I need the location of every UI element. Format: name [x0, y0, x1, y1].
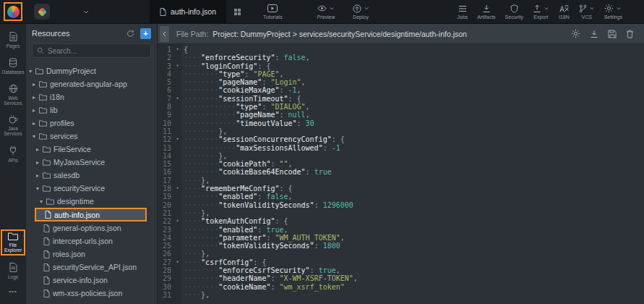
code-line[interactable]: 31····},: [158, 291, 644, 299]
code-line[interactable]: 14········},: [158, 152, 644, 160]
deploy-button[interactable]: Deploy: [353, 4, 369, 20]
security-icon: [510, 4, 518, 13]
code-line[interactable]: 2····"enforceSecurity": false,: [158, 54, 644, 62]
caret-right-icon[interactable]: ▸: [36, 159, 43, 166]
tree-item-dummyproject[interactable]: ▾DummyProject: [26, 64, 157, 77]
save-file-button[interactable]: [608, 29, 617, 38]
code-line[interactable]: 5········"pageName": "Login",: [158, 78, 644, 86]
tree-item-securityservice-api-json[interactable]: securityService_API.json: [26, 261, 157, 274]
tree-item-auth-info-json[interactable]: auth-info.json: [35, 208, 147, 221]
delete-file-button[interactable]: [626, 29, 634, 38]
tree-item-general-options-json[interactable]: general-options.json: [26, 221, 157, 235]
caret-down-icon[interactable]: ▾: [40, 198, 46, 205]
toolbar-vcs-button[interactable]: VCS: [579, 4, 595, 20]
tree-item-wm-xss-policies-json[interactable]: wm-xss-policies.json: [26, 287, 157, 300]
code-line[interactable]: 1▾{: [158, 46, 644, 54]
add-resource-button[interactable]: +: [140, 28, 151, 39]
code-line[interactable]: 6········"cookieMaxAge": -1,: [158, 86, 644, 94]
tree-item-lib[interactable]: ▸lib: [26, 104, 157, 117]
code-line[interactable]: 24········"parameter": "WM_AUTH_TOKEN",: [158, 234, 644, 242]
code-line[interactable]: 12▾········"sessionConcurrencyConfig": {: [158, 135, 644, 143]
tree-item-generated-angular-app[interactable]: ▸generated-angular-app: [26, 77, 157, 90]
toolbar-settings-button[interactable]: Settings: [604, 4, 622, 20]
caret-right-icon[interactable]: ▸: [36, 146, 43, 153]
tree-item-i18n[interactable]: ▸i18n: [26, 90, 157, 104]
code-line[interactable]: 29········"headerName": "X-WM-XSRF-TOKEN…: [158, 274, 644, 282]
code-line[interactable]: 27▾····"csrfConfig": {: [158, 258, 644, 266]
code-line[interactable]: 20········"tokenValiditySeconds": 129600…: [158, 201, 644, 209]
toolbar-security-button[interactable]: Security: [505, 4, 523, 20]
toolbar-artifacts-button[interactable]: Artifacts: [477, 4, 495, 20]
file-settings-button[interactable]: [571, 29, 580, 38]
tree-item-designtime[interactable]: ▾designtime: [26, 195, 157, 208]
project-avatar[interactable]: [34, 4, 50, 20]
search-input[interactable]: [48, 47, 146, 55]
caret-down-icon[interactable]: ▾: [29, 68, 35, 75]
toolbar-export-button[interactable]: Export: [533, 4, 549, 20]
toolbar-i18n-button[interactable]: I18N: [559, 4, 570, 20]
preview-button[interactable]: Preview: [317, 4, 335, 20]
sidebar-item-logs[interactable]: Logs: [1, 261, 25, 282]
code-line[interactable]: 11········},: [158, 127, 644, 135]
open-file-tab[interactable]: auth-info.json: [150, 0, 226, 23]
caret-down-icon[interactable]: ▾: [36, 185, 43, 192]
code-line[interactable]: 26····},: [158, 250, 644, 258]
code-line[interactable]: 4········"type": "PAGE",: [158, 70, 644, 78]
app-logo[interactable]: [4, 2, 22, 21]
toolbar-jobs-button[interactable]: Jobs: [458, 4, 468, 20]
sidebar-item-file-explorer[interactable]: File Explorer: [1, 229, 25, 256]
sidebar-item-web-services[interactable]: Web Services: [1, 82, 25, 108]
code-line[interactable]: 9············"pageName": null,: [158, 111, 644, 119]
fold-toggle[interactable]: ▾: [173, 62, 181, 70]
code-line[interactable]: 16········"cookieBase64Encode": true: [158, 168, 644, 176]
sidebar-item-databases[interactable]: Databases: [1, 56, 25, 77]
tutorials-button[interactable]: Tutorials: [263, 4, 283, 20]
tree-item-myjavaservice[interactable]: ▸MyJavaService: [26, 156, 157, 169]
code-line[interactable]: 18▾····"rememberMeConfig": {: [158, 185, 644, 193]
code-line[interactable]: 7▾········"sessionTimeout": {: [158, 95, 644, 103]
refresh-button[interactable]: [126, 30, 134, 38]
code-line[interactable]: 10············"timeoutValue": 30: [158, 119, 644, 127]
code-editor[interactable]: 1▾{2····"enforceSecurity": false,3▾····"…: [158, 44, 644, 304]
code-line[interactable]: 17····},: [158, 177, 644, 185]
code-line[interactable]: 8············"type": "DIALOG",: [158, 103, 644, 111]
fold-toggle[interactable]: ▾: [173, 95, 181, 103]
fold-toggle[interactable]: ▾: [173, 46, 181, 54]
tree-item-intercept-urls-json[interactable]: intercept-urls.json: [26, 235, 157, 248]
code-line[interactable]: 23········"enabled": true,: [158, 226, 644, 234]
tree-item-fileservice[interactable]: ▸FileService: [26, 143, 157, 156]
tree-item-salesdb[interactable]: ▸salesdb: [26, 169, 157, 182]
code-line[interactable]: 19········"enabled": false,: [158, 193, 644, 200]
tree-item-service-info-json[interactable]: service-info.json: [26, 274, 157, 287]
code-line[interactable]: 30········"cookieName": "wm_xsrf_token": [158, 283, 644, 291]
code-line[interactable]: 22▾····"tokenAuthConfig": {: [158, 217, 644, 225]
sidebar-item-java-services[interactable]: Java Services: [1, 113, 25, 138]
code-line[interactable]: 21····},: [158, 209, 644, 217]
tree-item-profiles[interactable]: ▸profiles: [26, 117, 157, 130]
code-line[interactable]: 15········"cookiePath": "",: [158, 160, 644, 168]
caret-right-icon[interactable]: ▸: [33, 94, 39, 101]
caret-right-icon[interactable]: ▸: [36, 172, 43, 179]
sidebar-item-apis[interactable]: APIs: [1, 143, 25, 165]
caret-right-icon[interactable]: ▸: [33, 107, 39, 114]
sidebar-item-pages[interactable]: Pages: [1, 30, 25, 51]
sidebar-item-more[interactable]: •••: [1, 287, 25, 296]
layout-grid-button[interactable]: [233, 8, 241, 16]
collapse-panel-button[interactable]: [160, 26, 169, 42]
caret-down-icon[interactable]: ▾: [33, 133, 39, 140]
fold-toggle[interactable]: ▾: [173, 258, 181, 266]
caret-right-icon[interactable]: ▸: [33, 120, 39, 127]
tree-item-services[interactable]: ▾services: [26, 130, 157, 143]
code-line[interactable]: 25········"tokenValiditySeconds": 1800: [158, 242, 644, 250]
project-switcher-button[interactable]: [83, 10, 89, 14]
fold-toggle[interactable]: ▾: [173, 135, 181, 143]
tree-item-securityservice[interactable]: ▾securityService: [26, 182, 157, 195]
download-file-button[interactable]: [590, 29, 598, 38]
code-line[interactable]: 13············"maxSessionsAllowed": -1: [158, 144, 644, 152]
code-line[interactable]: 3▾····"loginConfig": {: [158, 62, 644, 70]
code-line[interactable]: 28········"enforceCsrfSecurity": true,: [158, 266, 644, 274]
fold-toggle[interactable]: ▾: [173, 185, 181, 193]
tree-item-roles-json[interactable]: roles.json: [26, 248, 157, 261]
caret-right-icon[interactable]: ▸: [33, 81, 39, 88]
fold-toggle[interactable]: ▾: [173, 217, 181, 225]
